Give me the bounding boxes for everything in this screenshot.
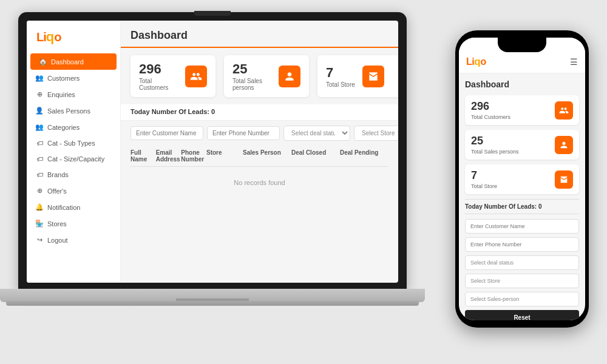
phone-stat-store: 7 Total Store	[465, 164, 579, 194]
cat-sub-icon: 🏷	[35, 140, 44, 147]
phone-stat-num-store: 7	[471, 169, 497, 182]
table-empty: No records found	[131, 167, 388, 198]
customers-icon: 👥	[35, 74, 44, 82]
phone-reset-button[interactable]: Reset	[465, 310, 579, 320]
stat-number-store: 7	[326, 65, 355, 81]
brands-icon: 🏷	[35, 171, 44, 178]
phone-screen: Liqo ☰ Dashboard 296 Total Customers	[459, 38, 585, 320]
sidebar-item-categories[interactable]: 👥 Categories	[27, 119, 120, 135]
stats-row: 296 Total Customers 25 Total Sales perso…	[121, 48, 398, 104]
stores-icon: 🏪	[35, 220, 44, 228]
phone-notch	[498, 38, 546, 52]
phone-stat-info-store: 7 Total Store	[471, 169, 497, 189]
stat-icon-customers	[185, 66, 207, 87]
phone-stat-icon-customers	[555, 101, 573, 120]
sidebar-item-enquiries[interactable]: ⊕ Enquiries	[27, 86, 120, 103]
phone-stat-label-customers: Total Customers	[471, 114, 510, 120]
stat-icon-sales	[279, 66, 300, 87]
laptop-bottom	[6, 301, 419, 306]
sidebar-item-cat-size[interactable]: 🏷 Cat - Size/Capacity	[27, 151, 120, 167]
phone-customer-name-input[interactable]	[465, 219, 579, 234]
sidebar-item-brands[interactable]: 🏷 Brands	[27, 167, 120, 183]
phone-stat-num-customers: 296	[471, 100, 510, 113]
sidebar-item-logout[interactable]: ↪ Logout	[27, 232, 120, 248]
enquiries-icon: ⊕	[35, 90, 44, 98]
col-sales-person: Sales Person	[243, 149, 291, 163]
dashboard-icon: 🏠	[39, 58, 47, 66]
stat-info-customers: 296 Total Customers	[139, 61, 178, 91]
phone-page-title: Dashboard	[465, 79, 579, 89]
notification-icon: 🔔	[35, 203, 44, 211]
phone-stat-info-customers: 296 Total Customers	[471, 100, 510, 120]
phone-stat-info-sales: 25 Total Sales persons	[471, 135, 519, 155]
sidebar-logo: Liqo	[27, 21, 120, 53]
stat-card-sales: 25 Total Sales persons	[224, 55, 309, 97]
stat-number-sales: 25	[232, 61, 271, 77]
hamburger-icon[interactable]: ☰	[570, 57, 578, 67]
laptop-camera	[194, 11, 231, 16]
stat-card-customers: 296 Total Customers	[131, 55, 215, 97]
stat-info-sales: 25 Total Sales persons	[232, 61, 271, 91]
phone-stat-icon-sales	[555, 136, 573, 154]
phone-stat-icon-store	[555, 170, 573, 189]
sidebar: Liqo 🏠 Dashboard 👥 Customers ⊕	[27, 21, 121, 283]
main-header: Dashboard	[121, 21, 398, 48]
phone: Liqo ☰ Dashboard 296 Total Customers	[455, 30, 589, 328]
table-header: Full Name Email Address Phone Number Sto…	[131, 146, 388, 167]
customer-name-input[interactable]	[131, 126, 203, 140]
col-full-name: Full Name	[131, 149, 156, 163]
col-deal-pending: Deal Pending	[340, 149, 388, 163]
store-select[interactable]: Select Store	[354, 126, 398, 141]
stat-label-customers: Total Customers	[139, 78, 178, 91]
phone-stat-customers: 296 Total Customers	[465, 95, 579, 125]
phone-phone-input[interactable]	[465, 237, 579, 252]
filter-row: Select deal status Select Store Select S…	[121, 121, 398, 146]
sidebar-item-dashboard[interactable]: 🏠 Dashboard	[30, 53, 117, 70]
sidebar-item-stores[interactable]: 🏪 Stores	[27, 215, 120, 232]
phone-logo: Liqo	[466, 56, 486, 68]
phone-main: Dashboard 296 Total Customers 25 Total S…	[459, 73, 585, 320]
stat-info-store: 7 Total Store	[326, 65, 355, 88]
phone-stat-sales: 25 Total Sales persons	[465, 130, 579, 160]
col-email: Email Address	[156, 149, 181, 163]
stat-label-store: Total Store	[326, 81, 355, 88]
phone-input[interactable]	[207, 126, 280, 140]
main-content: Dashboard 296 Total Customers	[121, 21, 398, 283]
col-store: Store	[206, 149, 243, 163]
sidebar-item-sales-persons[interactable]: 👤 Sales Persons	[27, 103, 120, 119]
cat-size-icon: 🏷	[35, 155, 44, 163]
laptop: Liqo 🏠 Dashboard 👥 Customers ⊕	[18, 12, 419, 352]
logout-icon: ↪	[35, 236, 44, 244]
phone-leads-bar: Today Number Of Leads: 0	[465, 199, 579, 214]
categories-icon: 👥	[35, 123, 44, 131]
leads-bar: Today Number Of Leads: 0	[121, 104, 398, 121]
sidebar-item-customers[interactable]: 👥 Customers	[27, 70, 120, 86]
sales-persons-icon: 👤	[35, 107, 44, 115]
page-title: Dashboard	[131, 29, 388, 42]
col-deal-closed: Deal Closed	[291, 149, 340, 163]
col-phone: Phone Number	[181, 149, 206, 163]
stat-card-store: 7 Total Store	[317, 55, 398, 97]
offers-icon: ⊕	[35, 187, 44, 195]
phone-stat-label-store: Total Store	[471, 183, 497, 189]
deal-status-select[interactable]: Select deal status	[283, 126, 350, 141]
scene: Liqo 🏠 Dashboard 👥 Customers ⊕	[6, 6, 601, 358]
phone-stat-label-sales: Total Sales persons	[471, 149, 519, 155]
phone-store-select[interactable]: Select Store	[465, 274, 579, 288]
sidebar-nav: 🏠 Dashboard 👥 Customers ⊕ Enquiries	[27, 53, 120, 283]
stat-label-sales: Total Sales persons	[232, 78, 271, 91]
laptop-frame: Liqo 🏠 Dashboard 👥 Customers ⊕	[18, 12, 407, 291]
phone-stat-num-sales: 25	[471, 135, 519, 147]
table-area: Full Name Email Address Phone Number Sto…	[131, 146, 388, 283]
sidebar-item-offers[interactable]: ⊕ Offer's	[27, 183, 120, 199]
stat-number-customers: 296	[139, 61, 178, 77]
sidebar-item-notification[interactable]: 🔔 Notification	[27, 199, 120, 215]
phone-deal-status-select[interactable]: Select deal status	[465, 255, 579, 270]
phone-sales-person-select[interactable]: Select Sales-person	[465, 292, 579, 306]
laptop-screen: Liqo 🏠 Dashboard 👥 Customers ⊕	[27, 21, 398, 283]
stat-icon-store	[362, 66, 384, 87]
sidebar-item-cat-sub-types[interactable]: 🏷 Cat - Sub Types	[27, 135, 120, 151]
laptop-base: MacBook Air	[0, 289, 425, 302]
